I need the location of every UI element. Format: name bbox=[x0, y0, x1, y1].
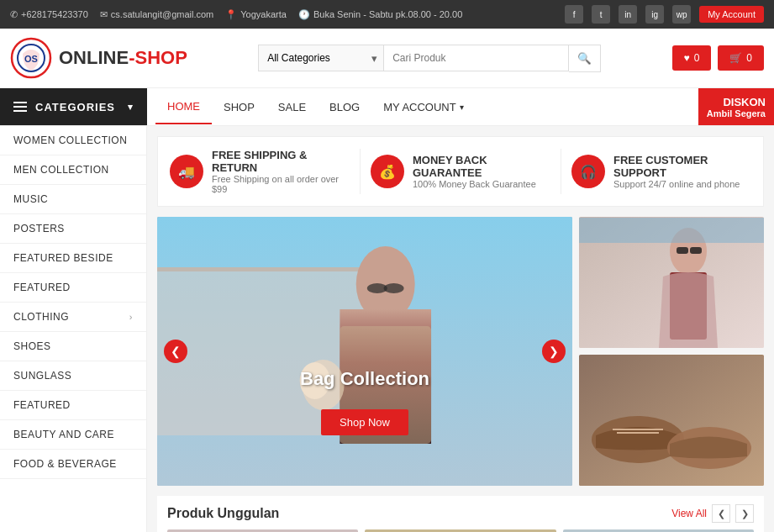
features-row: 🚚 FREE SHIPPING & RETURN Free Shipping o… bbox=[157, 136, 764, 207]
svg-rect-18 bbox=[579, 218, 764, 243]
chevron-right-icon: › bbox=[129, 312, 133, 322]
feature-money-back: 💰 MONEY BACK GUARANTEE 100% Money Back G… bbox=[371, 149, 550, 194]
content-area: 🚚 FREE SHIPPING & RETURN Free Shipping o… bbox=[147, 126, 774, 532]
twitter-icon[interactable]: t bbox=[592, 5, 610, 24]
topbar-left: ✆ +628175423370 ✉ cs.satulangit@gmail.co… bbox=[10, 9, 462, 20]
location-icon: 📍 bbox=[225, 9, 237, 20]
feature-money-back-text: MONEY BACK GUARANTEE 100% Money Back Gua… bbox=[413, 154, 550, 189]
nav-links: HOME SHOP SALE BLOG MY ACCOUNT ▾ bbox=[147, 88, 698, 125]
category-select-wrapper: All Categories bbox=[258, 45, 384, 71]
topbar: ✆ +628175423370 ✉ cs.satulangit@gmail.co… bbox=[0, 0, 774, 29]
money-back-icon: 💰 bbox=[371, 155, 404, 188]
feature-shipping-text: FREE SHIPPING & RETURN Free Shipping on … bbox=[212, 149, 350, 194]
phone-number: +628175423370 bbox=[21, 9, 88, 19]
hero-background bbox=[157, 217, 572, 486]
phone-icon: ✆ bbox=[10, 9, 18, 20]
divider-2 bbox=[561, 149, 561, 194]
support-icon: 🎧 bbox=[571, 155, 605, 188]
navbar: CATEGORIES ▾ HOME SHOP SALE BLOG MY ACCO… bbox=[0, 88, 774, 126]
produk-controls: View All ❮ ❯ bbox=[671, 504, 754, 523]
sidebar-item-featured-2[interactable]: FEATURED bbox=[0, 391, 146, 420]
hamburger-icon bbox=[13, 102, 27, 112]
search-button[interactable]: 🔍 bbox=[569, 45, 601, 72]
nav-sale[interactable]: SALE bbox=[266, 91, 318, 124]
clock-icon: 🕐 bbox=[298, 9, 310, 20]
wordpress-icon[interactable]: wp bbox=[672, 5, 691, 24]
sidebar-item-clothing[interactable]: CLOTHING › bbox=[0, 303, 146, 332]
sidebar-item-men-collection[interactable]: MEN COLLECTION bbox=[0, 155, 146, 185]
hours-info: 🕐 Buka Senin - Sabtu pk.08.00 - 20.00 bbox=[298, 9, 462, 20]
cart-count: 0 bbox=[746, 52, 752, 64]
search-input[interactable] bbox=[384, 45, 569, 71]
sidebar-item-shoes[interactable]: SHOES bbox=[0, 332, 146, 361]
nav-blog[interactable]: BLOG bbox=[318, 91, 371, 124]
produk-title: Produk Unggulan bbox=[167, 506, 279, 521]
sidebar-item-beauty[interactable]: BEAUTY AND CARE bbox=[0, 420, 146, 450]
feature-support: 🎧 FREE CUSTOMER SUPPORT Support 24/7 onl… bbox=[571, 149, 751, 194]
sidebar-item-sunglass[interactable]: SUNGLASS bbox=[0, 361, 146, 391]
nav-shop[interactable]: SHOP bbox=[212, 91, 266, 124]
sidebar-item-posters[interactable]: POSTERS bbox=[0, 214, 146, 244]
diskon-label: DISKON bbox=[723, 96, 766, 108]
sidebar-item-music[interactable]: MUSIC bbox=[0, 185, 146, 214]
hero-section: Bag Collection Shop Now ❮ ❯ bbox=[157, 217, 764, 486]
hero-prev-button[interactable]: ❮ bbox=[164, 340, 187, 363]
sidebar-item-food[interactable]: FOOD & BEVERAGE bbox=[0, 450, 146, 479]
produk-next-button[interactable]: ❯ bbox=[735, 504, 754, 523]
instagram-icon[interactable]: ig bbox=[645, 5, 664, 24]
header-search: All Categories 🔍 bbox=[258, 45, 601, 72]
phone-info: ✆ +628175423370 bbox=[10, 9, 88, 20]
logo-icon: OS bbox=[10, 37, 52, 79]
email-icon: ✉ bbox=[100, 9, 108, 20]
main-layout: WOMEN COLLECTION MEN COLLECTION MUSIC PO… bbox=[0, 126, 774, 532]
nav-home[interactable]: HOME bbox=[155, 90, 212, 124]
wishlist-button[interactable]: ♥ 0 bbox=[672, 45, 712, 71]
feature-support-text: FREE CUSTOMER SUPPORT Support 24/7 onlin… bbox=[613, 154, 751, 189]
hero-main: Bag Collection Shop Now ❮ ❯ bbox=[157, 217, 572, 486]
wishlist-count: 0 bbox=[694, 52, 700, 64]
svg-rect-17 bbox=[690, 247, 702, 254]
diskon-banner: DISKON Ambil Segera bbox=[698, 88, 774, 125]
email-address: cs.satulangit@gmail.com bbox=[111, 9, 213, 19]
support-title: FREE CUSTOMER SUPPORT bbox=[613, 154, 751, 179]
categories-button[interactable]: CATEGORIES ▾ bbox=[0, 88, 147, 125]
sidebar-item-featured-beside[interactable]: FEATURED BESIDE bbox=[0, 244, 146, 273]
shipping-sub: Free Shipping on all order over $99 bbox=[212, 174, 350, 194]
my-account-button[interactable]: My Account bbox=[699, 6, 764, 23]
money-back-title: MONEY BACK GUARANTEE bbox=[413, 154, 550, 179]
category-select[interactable]: All Categories bbox=[258, 45, 384, 71]
produk-prev-button[interactable]: ❮ bbox=[712, 504, 730, 523]
sidebar-item-women-collection[interactable]: WOMEN COLLECTION bbox=[0, 126, 146, 155]
nav-my-account[interactable]: MY ACCOUNT ▾ bbox=[371, 91, 475, 124]
topbar-right: f t in ig wp My Account bbox=[565, 5, 764, 24]
money-back-sub: 100% Money Back Guarantee bbox=[413, 179, 550, 189]
sidebar: WOMEN COLLECTION MEN COLLECTION MUSIC PO… bbox=[0, 126, 147, 532]
cart-icon: 🛒 bbox=[729, 52, 742, 64]
hero-text-overlay: Bag Collection Shop Now bbox=[300, 368, 429, 435]
email-info: ✉ cs.satulangit@gmail.com bbox=[100, 9, 213, 20]
support-sub: Support 24/7 online and phone bbox=[613, 179, 751, 189]
svg-point-9 bbox=[384, 283, 404, 293]
location-text: Yogyakarta bbox=[240, 9, 287, 19]
side-img-1-svg bbox=[579, 218, 764, 348]
logo: OS ONLINE-SHOP bbox=[10, 37, 187, 79]
chevron-down-icon: ▾ bbox=[128, 102, 134, 113]
produk-section: Produk Unggulan View All ❮ ❯ bbox=[157, 496, 764, 532]
view-all-link[interactable]: View All bbox=[671, 508, 707, 519]
shipping-title: FREE SHIPPING & RETURN bbox=[212, 149, 350, 174]
sidebar-item-featured-1[interactable]: FEATURED bbox=[0, 273, 146, 303]
hero-shop-now-button[interactable]: Shop Now bbox=[321, 409, 408, 435]
hours-text: Buka Senin - Sabtu pk.08.00 - 20.00 bbox=[313, 9, 462, 19]
cart-button[interactable]: 🛒 0 bbox=[718, 45, 764, 71]
hero-title: Bag Collection bbox=[300, 368, 429, 390]
svg-rect-19 bbox=[579, 356, 764, 486]
diskon-sub: Ambil Segera bbox=[707, 108, 766, 119]
divider-1 bbox=[360, 149, 361, 194]
my-account-label: MY ACCOUNT bbox=[383, 101, 455, 113]
facebook-icon[interactable]: f bbox=[565, 5, 583, 24]
svg-text:OS: OS bbox=[24, 54, 38, 64]
linkedin-icon[interactable]: in bbox=[619, 5, 637, 24]
hero-next-button[interactable]: ❯ bbox=[542, 340, 566, 363]
hero-side-images bbox=[579, 217, 764, 486]
shipping-icon: 🚚 bbox=[170, 155, 203, 188]
